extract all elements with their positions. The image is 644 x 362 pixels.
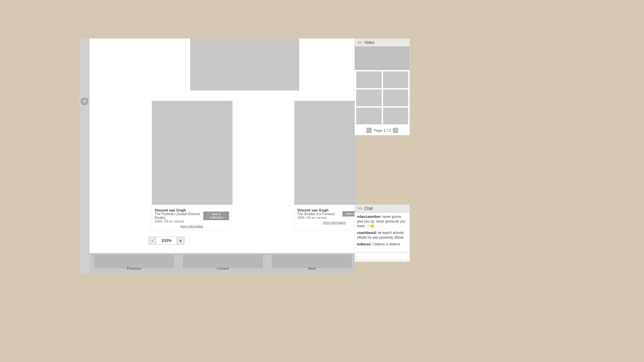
artwork-image-1 — [152, 101, 232, 205]
video-thumb-1[interactable] — [356, 71, 382, 88]
artwork-card-2: Vincent van Gogh The Smoker (Le Fumeur) … — [294, 101, 356, 231]
more-info-btn-2[interactable]: More Information — [297, 221, 356, 224]
nav-tab-next-label: Next — [308, 266, 316, 270]
video-main-thumbnail[interactable] — [355, 47, 410, 70]
video-pagination: Page 1 / 3 — [355, 126, 410, 135]
artwork-actions-2: Vincent van Gogh The Smoker (Le Fumeur) … — [297, 208, 356, 220]
video-grid — [355, 70, 410, 126]
content-area: Vincent van Gogh The Postman (Joseph-Éti… — [90, 39, 356, 273]
nav-tab-current-label: Current — [217, 266, 229, 270]
nav-tab-previous[interactable]: Previous — [90, 253, 178, 273]
video-thumb-3[interactable] — [356, 89, 382, 106]
artwork-image-2 — [294, 101, 356, 205]
zoom-value-display: 100% — [156, 237, 176, 245]
view-collection-btn-2[interactable]: View in Collection — [342, 211, 356, 217]
chat-panel-header: >> Chat — [355, 205, 410, 213]
chat-input[interactable] — [356, 252, 408, 260]
artwork-artist-1: Vincent van Gogh — [155, 208, 203, 212]
chat-panel-title: Chat — [364, 206, 373, 211]
chat-username-3: tedlasso: — [357, 242, 372, 246]
artwork-title-2: The Smoker (Le Fumeur) — [297, 212, 335, 216]
zoom-in-button[interactable]: + — [176, 237, 184, 245]
page-info-label: Page 1 / 3 — [374, 128, 390, 132]
zoom-out-button[interactable]: - — [148, 237, 156, 245]
chat-text-3: I believe in believe — [373, 242, 400, 246]
artwork-info-2: Vincent van Gogh The Smoker (Le Fumeur) … — [294, 205, 356, 227]
artwork-title-1: The Postman (Joseph-Étienne Roulin) — [155, 212, 203, 220]
chat-message-1: rebeccawelton: never gonna give you up, … — [357, 215, 408, 229]
more-info-btn-1[interactable]: More Information — [155, 225, 229, 228]
video-thumb-6[interactable] — [383, 108, 409, 124]
left-sidebar: + — [79, 39, 90, 273]
nav-tabs: Previous Current Next — [90, 253, 356, 273]
add-button[interactable]: + — [80, 97, 89, 105]
chat-message-2: coachbeard: he wasn't actively offside h… — [357, 231, 408, 240]
artwork-card-1: Vincent van Gogh The Postman (Joseph-Éti… — [152, 101, 232, 231]
artwork-artist-2: Vincent van Gogh — [297, 208, 335, 212]
plus-icon: + — [83, 98, 87, 104]
nav-tab-current[interactable]: Current — [178, 253, 267, 273]
chat-username-2: coachbeard: — [357, 231, 377, 235]
chat-message-3: tedlasso: I believe in believe — [357, 242, 408, 247]
chat-icons-1: 📄🟡 — [366, 224, 374, 229]
nav-tab-previous-label: Previous — [127, 266, 141, 270]
page-prev-button[interactable] — [366, 128, 372, 133]
artwork-date-1: 1889. Oil on canvas — [155, 220, 203, 223]
chat-panel: >> Chat rebeccawelton: never gonna give … — [355, 204, 410, 262]
chat-messages: rebeccawelton: never gonna give you up, … — [355, 213, 410, 251]
video-thumb-5[interactable] — [356, 108, 382, 124]
nav-tab-current-thumb — [183, 255, 263, 268]
chat-panel-arrow: >> — [358, 206, 362, 211]
video-thumb-4[interactable] — [383, 89, 409, 106]
video-panel-title: Video — [364, 40, 374, 45]
nav-tab-next-thumb — [272, 255, 352, 268]
video-panel-arrow: >> — [358, 40, 362, 45]
video-thumb-2[interactable] — [383, 71, 409, 88]
page-next-button[interactable] — [393, 128, 398, 133]
artwork-row: Vincent van Gogh The Postman (Joseph-Éti… — [152, 101, 356, 231]
artwork-info-1: Vincent van Gogh The Postman (Joseph-Éti… — [152, 205, 232, 231]
artwork-date-2: 1888. Oil on canvas — [297, 216, 335, 220]
zoom-controls: - 100% + — [148, 237, 184, 245]
chat-username-1: rebeccawelton: — [357, 215, 381, 219]
video-panel: >> Video Page 1 / 3 — [355, 39, 410, 135]
video-panel-header: >> Video — [355, 39, 410, 47]
artwork-actions-1: Vincent van Gogh The Postman (Joseph-Éti… — [155, 208, 229, 223]
nav-tab-next[interactable]: Next — [267, 253, 356, 273]
top-image-placeholder — [190, 39, 299, 90]
view-collection-btn-1[interactable]: View in Collection — [203, 212, 229, 220]
nav-tab-previous-thumb — [94, 255, 174, 268]
